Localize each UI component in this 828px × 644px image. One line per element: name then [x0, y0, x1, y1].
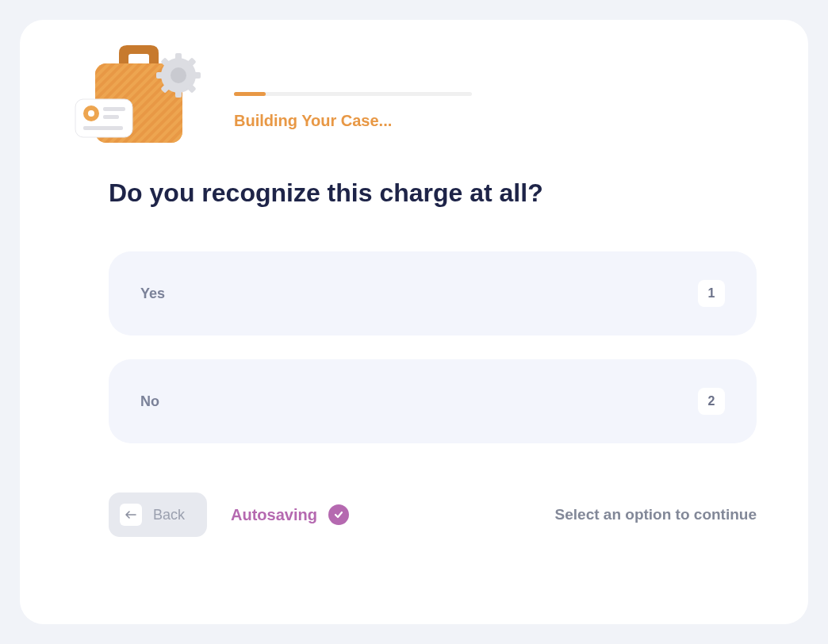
check-circle-icon [328, 504, 349, 525]
svg-rect-6 [193, 72, 201, 79]
progress-label: Building Your Case... [234, 112, 769, 130]
header: Building Your Case... [59, 44, 769, 147]
svg-rect-17 [83, 126, 123, 130]
option-key-badge: 2 [698, 388, 725, 415]
question-heading: Do you recognize this charge at all? [109, 178, 769, 208]
autosaving-status: Autosaving [231, 504, 349, 525]
option-key-badge: 1 [698, 280, 725, 307]
svg-rect-5 [156, 72, 164, 79]
progress-section: Building Your Case... [234, 60, 769, 130]
option-label: No [140, 393, 159, 410]
svg-rect-15 [103, 107, 125, 111]
autosaving-label: Autosaving [231, 506, 317, 524]
footer: Back Autosaving Select an option to cont… [109, 493, 757, 537]
continue-hint: Select an option to continue [555, 506, 757, 523]
svg-point-14 [88, 110, 94, 117]
options-group: Yes 1 No 2 [109, 251, 757, 443]
briefcase-icon [59, 44, 202, 147]
progress-fill [234, 92, 266, 96]
option-no[interactable]: No 2 [109, 359, 757, 443]
progress-bar [234, 92, 472, 96]
svg-rect-3 [175, 53, 182, 61]
back-button[interactable]: Back [109, 493, 207, 537]
option-label: Yes [140, 286, 165, 302]
svg-point-11 [171, 67, 186, 83]
svg-rect-4 [175, 90, 182, 98]
svg-rect-16 [103, 115, 119, 119]
form-card: Building Your Case... Do you recognize t… [20, 20, 808, 624]
option-yes[interactable]: Yes 1 [109, 251, 757, 335]
back-label: Back [153, 507, 185, 523]
arrow-left-icon [120, 504, 142, 526]
